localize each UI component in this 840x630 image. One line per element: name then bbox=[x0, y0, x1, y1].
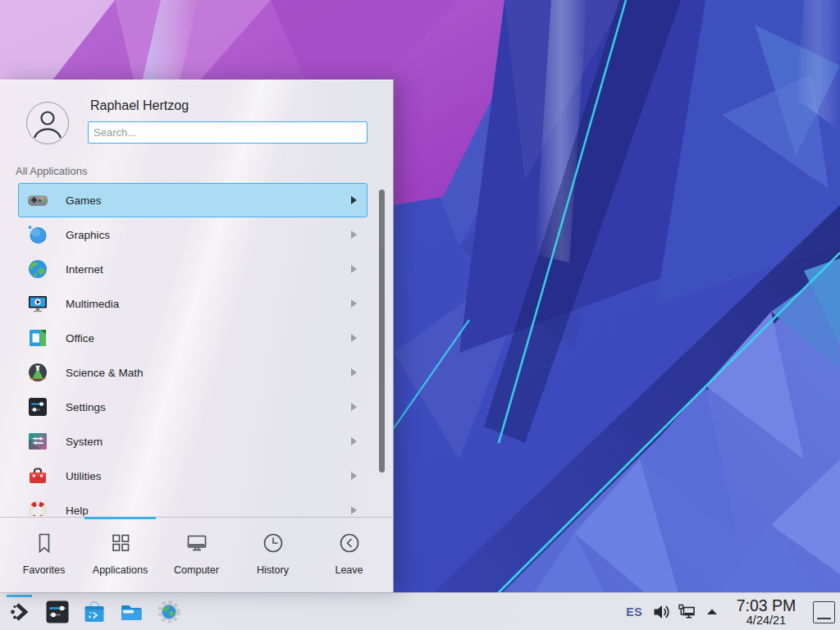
category-label: Games bbox=[66, 194, 351, 207]
submenu-arrow-icon bbox=[351, 472, 357, 480]
tab-label: Leave bbox=[335, 564, 363, 576]
submenu-arrow-icon bbox=[351, 368, 357, 377]
category-label: Graphics bbox=[66, 229, 351, 241]
favorites-icon bbox=[32, 531, 57, 559]
settings-icon bbox=[27, 396, 48, 418]
submenu-arrow-icon bbox=[351, 403, 357, 411]
active-task-indicator bbox=[7, 595, 32, 597]
system-settings-taskbar-button[interactable] bbox=[45, 600, 70, 624]
show-desktop-button[interactable] bbox=[813, 601, 835, 623]
tab-label: Applications bbox=[93, 564, 148, 576]
category-graphics[interactable]: Graphics bbox=[18, 217, 368, 252]
category-system[interactable]: System bbox=[18, 424, 368, 459]
volume-icon[interactable] bbox=[652, 603, 670, 621]
submenu-arrow-icon bbox=[351, 231, 357, 239]
category-label: Internet bbox=[66, 263, 351, 276]
category-utilities[interactable]: Utilities bbox=[18, 459, 368, 493]
category-office[interactable]: Office bbox=[18, 321, 368, 355]
discover-taskbar-button[interactable] bbox=[82, 600, 107, 624]
category-help[interactable]: Help bbox=[18, 493, 368, 516]
search-input[interactable] bbox=[88, 121, 368, 144]
submenu-arrow-icon bbox=[351, 334, 357, 342]
list-scrollbar[interactable] bbox=[379, 189, 385, 472]
user-name: Raphael Hertzog bbox=[90, 98, 189, 113]
clock-time: 7:03 PM bbox=[730, 597, 802, 614]
leave-icon bbox=[337, 531, 362, 559]
network-icon[interactable] bbox=[678, 603, 696, 621]
utilities-icon bbox=[27, 465, 48, 486]
application-launcher-menu: Raphael Hertzog All Applications bbox=[0, 80, 394, 592]
tab-history[interactable]: History bbox=[235, 518, 311, 592]
clock-date: 4/24/21 bbox=[730, 614, 802, 627]
category-label: Utilities bbox=[66, 470, 351, 482]
system-icon bbox=[27, 431, 48, 452]
web-browser-taskbar-button[interactable] bbox=[157, 600, 181, 624]
history-icon bbox=[261, 531, 285, 559]
app-launcher-button[interactable] bbox=[5, 593, 34, 630]
file-manager-taskbar-button[interactable] bbox=[119, 600, 144, 624]
submenu-arrow-icon bbox=[351, 437, 357, 445]
user-icon bbox=[27, 103, 68, 144]
internet-icon bbox=[27, 258, 48, 280]
discover-software-center-icon bbox=[82, 600, 107, 624]
category-settings[interactable]: Settings bbox=[18, 390, 368, 424]
category-games[interactable]: Games bbox=[18, 183, 368, 217]
tab-label: Favorites bbox=[23, 564, 65, 576]
web-browser-icon bbox=[157, 600, 181, 624]
help-icon bbox=[27, 500, 48, 516]
show-desktop-icon bbox=[817, 618, 831, 619]
category-multimedia[interactable]: Multimedia bbox=[18, 286, 368, 321]
category-label: Multimedia bbox=[66, 298, 351, 310]
tab-favorites[interactable]: Favorites bbox=[6, 518, 82, 592]
applications-icon bbox=[108, 531, 133, 559]
launcher-tabbar: Favorites Applications bbox=[0, 517, 394, 592]
category-science-math[interactable]: Science & Math bbox=[18, 355, 368, 390]
tab-applications[interactable]: Applications bbox=[82, 518, 158, 592]
expand-tray-arrow-icon[interactable] bbox=[703, 603, 721, 621]
desktop: Raphael Hertzog All Applications bbox=[0, 0, 840, 630]
launcher-header: Raphael Hertzog bbox=[0, 80, 393, 166]
games-icon bbox=[27, 189, 48, 211]
category-label: System bbox=[66, 436, 351, 448]
digital-clock[interactable]: 7:03 PM 4/24/21 bbox=[730, 597, 802, 627]
keyboard-layout-indicator[interactable]: ES bbox=[623, 605, 645, 619]
submenu-arrow-icon bbox=[351, 299, 357, 308]
graphics-icon bbox=[27, 224, 48, 245]
tab-label: History bbox=[257, 564, 289, 576]
submenu-arrow-icon bbox=[351, 265, 357, 273]
tab-leave[interactable]: Leave bbox=[311, 518, 387, 592]
submenu-arrow-icon bbox=[351, 196, 357, 204]
section-label: All Applications bbox=[16, 165, 87, 177]
multimedia-icon bbox=[27, 293, 48, 314]
system-settings-icon bbox=[45, 600, 70, 624]
category-list: Games Graphics bbox=[0, 183, 379, 516]
category-label: Science & Math bbox=[66, 367, 351, 379]
science-math-icon bbox=[27, 362, 48, 383]
category-label: Office bbox=[66, 332, 351, 345]
system-tray: ES 7:03 PM bbox=[623, 593, 835, 630]
app-launcher-icon bbox=[7, 600, 32, 624]
category-internet[interactable]: Internet bbox=[18, 252, 368, 286]
category-label: Help bbox=[66, 504, 351, 517]
file-manager-icon bbox=[119, 600, 144, 624]
taskbar: ES 7:03 PM bbox=[0, 592, 840, 630]
user-avatar[interactable] bbox=[26, 102, 69, 144]
office-icon bbox=[27, 327, 48, 349]
tab-label: Computer bbox=[174, 564, 219, 576]
submenu-arrow-icon bbox=[351, 506, 357, 514]
computer-icon bbox=[185, 531, 209, 559]
tab-computer[interactable]: Computer bbox=[158, 518, 235, 592]
category-label: Settings bbox=[66, 401, 351, 413]
